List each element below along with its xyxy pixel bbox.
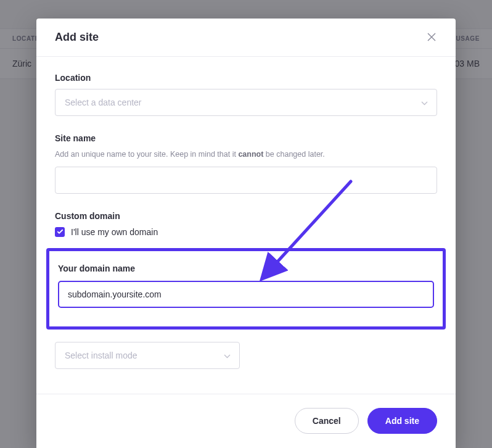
add-site-button[interactable]: Add site xyxy=(367,408,437,434)
modal-header: Add site xyxy=(36,19,456,57)
custom-domain-field: Custom domain I'll use my own domain xyxy=(55,211,437,237)
own-domain-checkbox[interactable] xyxy=(55,227,65,237)
sitename-hint-post: be changed later. xyxy=(263,150,324,159)
install-mode-select[interactable]: Select install mode xyxy=(55,342,240,369)
close-button[interactable] xyxy=(427,33,437,43)
location-label: Location xyxy=(55,73,437,83)
close-icon xyxy=(427,33,436,41)
add-site-button-label: Add site xyxy=(385,416,419,426)
sitename-hint-bold: cannot xyxy=(238,150,263,159)
custom-domain-label: Custom domain xyxy=(55,211,437,221)
your-domain-input-wrap xyxy=(58,281,434,308)
annotation-highlight-box: Your domain name xyxy=(46,248,446,330)
cancel-button-label: Cancel xyxy=(313,416,341,426)
sitename-input[interactable] xyxy=(65,175,427,185)
sitename-hint: Add an unique name to your site. Keep in… xyxy=(55,149,437,160)
chevron-down-icon xyxy=(224,351,231,360)
modal-footer: Cancel Add site xyxy=(36,394,456,449)
chevron-down-icon xyxy=(421,97,428,107)
sitename-label: Site name xyxy=(55,133,437,143)
own-domain-row: I'll use my own domain xyxy=(55,227,437,237)
sitename-hint-pre: Add an unique name to your site. Keep in… xyxy=(55,150,238,159)
your-domain-input[interactable] xyxy=(68,289,424,299)
sitename-input-wrap xyxy=(55,167,437,194)
your-domain-label: Your domain name xyxy=(58,263,434,273)
add-site-modal: Add site Location Select a data center S… xyxy=(36,19,456,448)
sitename-field: Site name Add an unique name to your sit… xyxy=(55,133,437,194)
location-select[interactable]: Select a data center xyxy=(55,89,437,116)
location-placeholder: Select a data center xyxy=(65,97,142,107)
check-icon xyxy=(57,228,64,235)
modal-title: Add site xyxy=(55,31,99,44)
install-mode-field: Select install mode xyxy=(55,342,437,369)
own-domain-checkbox-label: I'll use my own domain xyxy=(71,227,158,237)
install-mode-placeholder: Select install mode xyxy=(65,351,137,360)
cancel-button[interactable]: Cancel xyxy=(295,408,359,434)
location-field: Location Select a data center xyxy=(55,73,437,116)
modal-body: Location Select a data center Site name … xyxy=(36,57,456,394)
